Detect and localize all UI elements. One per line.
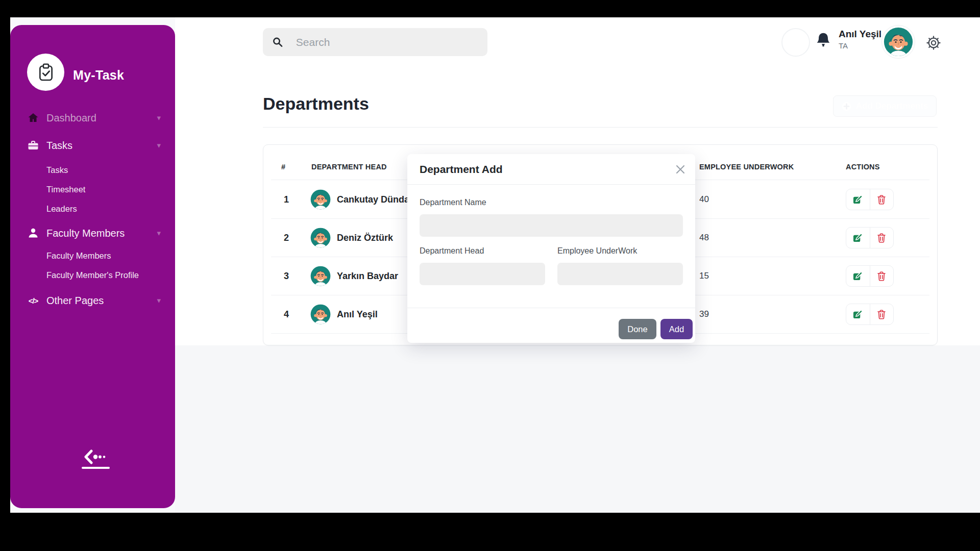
trash-icon [877,194,886,205]
sidebar-subitem-faculty-members[interactable]: Faculty Members [10,248,175,263]
briefcase-icon [26,138,41,153]
letterbox-left [0,17,10,513]
row-actions [846,265,894,287]
row-index: 3 [284,270,289,281]
search-bar [263,28,487,56]
edit-button[interactable] [846,228,870,248]
add-button[interactable]: Add [660,319,693,339]
status-circle [781,28,810,57]
letterbox-top [0,0,980,17]
chevron-down-icon: ▾ [157,229,161,238]
sidebar-item-label: Tasks [46,140,72,152]
modal-title: Department Add [420,163,503,176]
edit-icon [853,233,863,242]
clipboard-check-icon [36,62,56,83]
person-icon [26,226,41,241]
app-logo[interactable] [27,54,64,91]
sidebar: My-Task Dashboard ▾ Tasks ▾ Tasks Timesh… [10,25,175,508]
edit-button[interactable] [846,266,870,286]
notifications-button[interactable] [815,31,833,52]
sidebar-item-tasks[interactable]: Tasks ▾ [10,135,175,156]
content-area-lower [175,345,980,513]
close-icon [675,164,686,175]
employee-underwork-input[interactable] [557,263,683,285]
row-actions [846,189,894,210]
collapse-underline [82,467,110,469]
sidebar-item-label: Other Pages [46,295,104,307]
col-header-index: # [281,163,285,171]
chevron-down-icon: ▾ [157,141,161,150]
sidebar-item-label: Faculty Members [46,228,125,239]
row-index: 4 [284,309,289,319]
col-header-actions: ACTIONS [846,163,880,171]
user-name: Anıl Yeşil [839,29,881,40]
bell-icon [815,31,832,51]
chevron-left-icon [84,449,108,465]
department-head-input[interactable] [420,263,545,285]
page-title: Departments [263,94,369,114]
trash-icon [877,233,886,243]
avatar [310,304,331,324]
employee-underwork-value: 39 [699,309,709,319]
done-button[interactable]: Done [619,319,656,339]
edit-button[interactable] [846,304,870,324]
sidebar-subitem-tasks[interactable]: Tasks [10,162,175,178]
modal-header: Department Add [407,154,695,185]
sidebar-item-other-pages[interactable]: </> Other Pages ▾ [10,290,175,311]
sidebar-item-faculty-members[interactable]: Faculty Members ▾ [10,223,175,243]
sidebar-subitem-timesheet[interactable]: Timesheet [10,182,175,197]
user-avatar[interactable] [881,25,915,59]
user-role: TA [839,41,848,50]
modal-footer-divider [407,308,695,308]
department-head-label: Department Head [420,246,484,256]
delete-button[interactable] [870,304,894,324]
plus-circle-icon [842,102,851,111]
avatar-image [884,27,913,57]
department-head-name: Cankutay Dünda [337,194,409,205]
department-name-input[interactable] [420,214,683,237]
sidebar-item-dashboard[interactable]: Dashboard ▾ [10,108,175,128]
code-icon: </> [26,293,41,308]
avatar [310,189,331,210]
employee-underwork-value: 40 [699,194,709,205]
row-actions [846,227,894,248]
department-head-name: Yarkın Baydar [337,270,398,281]
department-head-name: Deniz Öztürk [337,232,393,243]
trash-icon [877,309,886,319]
trash-icon [877,271,886,281]
sidebar-collapse-button[interactable] [84,449,108,465]
avatar [310,266,331,286]
title-divider [263,127,938,128]
row-index: 1 [284,194,289,205]
brand-name: My-Task [73,68,124,83]
chevron-down-icon: ▾ [157,296,161,305]
col-header-employee-underwork: EMPLOYEE UNDERWORK [699,163,794,171]
edit-icon [853,309,863,319]
sidebar-subitem-faculty-members-profile[interactable]: Faculty Member's Profile [10,267,175,283]
delete-button[interactable] [870,266,894,286]
delete-button[interactable] [870,228,894,248]
letterbox-bottom [0,513,980,551]
sidebar-item-label: Dashboard [46,112,96,124]
col-header-department-head: DEPARTMENT HEAD [311,163,387,171]
employee-underwork-value: 15 [699,271,709,281]
department-add-modal: Department Add Department Name Departmen… [407,154,695,343]
edit-icon [853,194,863,204]
row-actions [846,304,894,325]
avatar [310,228,331,248]
delete-button[interactable] [870,189,894,210]
sidebar-subitem-leaders[interactable]: Leaders [10,201,175,216]
department-name-label: Department Name [420,198,486,207]
settings-button[interactable] [925,35,943,52]
add-departments-button[interactable]: Add Departments [833,95,937,117]
department-head-name: Anıl Yeşil [337,309,378,319]
gear-icon [925,35,942,51]
modal-close-button[interactable] [674,163,687,176]
employee-underwork-label: Employee UnderWork [557,246,637,256]
search-input[interactable] [295,36,478,49]
edit-button[interactable] [846,189,870,210]
search-icon [272,36,284,49]
chevron-down-icon: ▾ [157,113,161,122]
employee-underwork-value: 48 [699,233,709,243]
home-icon [26,110,41,126]
